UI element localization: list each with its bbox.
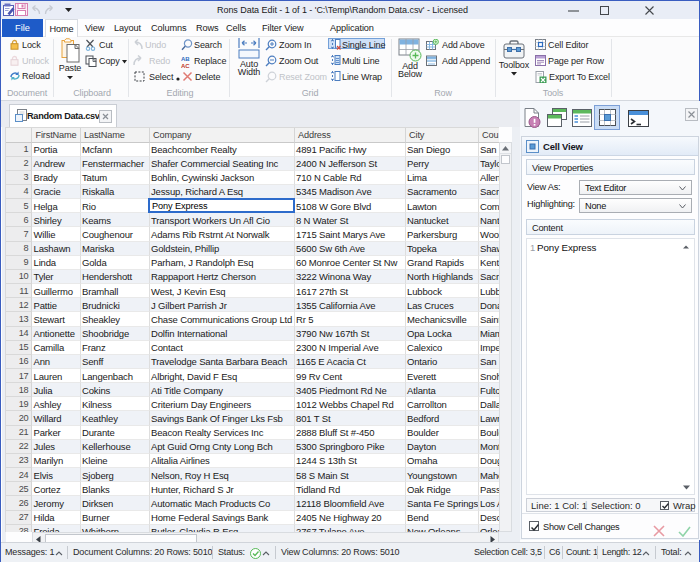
svg-text:AB: AB [181,56,190,62]
svg-text:AC: AC [181,63,190,69]
